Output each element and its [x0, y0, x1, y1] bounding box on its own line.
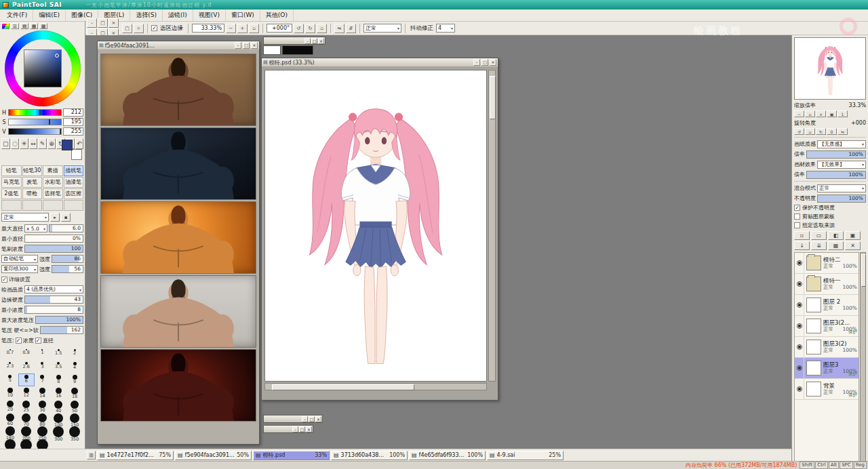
nav-rotate-ccw-button[interactable]: ↺: [794, 128, 804, 135]
brush-size-preset[interactable]: 2: [66, 348, 83, 361]
hue-slider[interactable]: [8, 109, 62, 116]
brush-size-preset[interactable]: 20: [2, 399, 18, 412]
menu-item[interactable]: 其他(O): [260, 9, 294, 21]
layer-item[interactable]: 模特二 正常 100%: [795, 253, 859, 274]
brush-size-preset[interactable]: 100: [50, 412, 66, 425]
min-diameter-slider[interactable]: 0%: [24, 234, 83, 243]
brush-size-preset[interactable]: 2.3: [2, 361, 18, 373]
brush-size-preset[interactable]: 5: [2, 373, 18, 386]
brush-tool-button[interactable]: 素描: [43, 165, 63, 176]
flip-vertical-icon[interactable]: ⇵: [346, 24, 356, 33]
layer-visibility-toggle[interactable]: [795, 316, 804, 336]
close-button[interactable]: ×: [251, 42, 258, 49]
brush-save-icon[interactable]: ▪: [61, 213, 71, 222]
selection-edge-checkbox[interactable]: [151, 25, 157, 31]
minimize-button[interactable]: –: [473, 59, 480, 66]
maximize-button[interactable]: □: [311, 38, 317, 44]
layer-item[interactable]: 模特一 正常 100%: [795, 274, 859, 295]
saturation-slider[interactable]: [8, 119, 62, 125]
merge-down-icon[interactable]: ↓: [794, 241, 810, 250]
stabilizer-select[interactable]: 4▾: [436, 24, 455, 33]
layer-option-checkbox[interactable]: [794, 213, 800, 220]
edge-hardness-slider[interactable]: 43: [24, 295, 83, 304]
brush-tool-button[interactable]: 描线笔: [64, 165, 84, 176]
brush-size-preset[interactable]: 60: [2, 412, 18, 425]
material-effect-select[interactable]: 【无效果】▾: [817, 161, 866, 169]
brush-size-preset[interactable]: 80: [35, 412, 51, 425]
brush-tool-button[interactable]: 选择笔: [43, 188, 63, 199]
transfer-down-icon[interactable]: ⇊: [811, 241, 827, 250]
brush-size-preset[interactable]: 70: [18, 412, 35, 425]
brush-size-preset[interactable]: 25: [18, 399, 35, 412]
value-value[interactable]: 255: [63, 127, 83, 136]
nav-flip-button[interactable]: ⇋: [837, 128, 848, 135]
close-button[interactable]: ×: [318, 38, 324, 44]
brush-size-preset[interactable]: 18: [66, 386, 83, 399]
zoom-out-button[interactable]: −: [226, 24, 236, 33]
layer-list-scrollbar[interactable]: [860, 252, 866, 461]
brush-tool-button[interactable]: [43, 200, 63, 211]
brush-tool-button[interactable]: 铅笔: [1, 165, 22, 176]
layer-item[interactable]: 图层3 正常 100% 保护: [795, 358, 859, 379]
selection-tool-icon[interactable]: ▢: [122, 24, 132, 33]
minimize-button[interactable]: –: [235, 42, 241, 49]
brush-size-preset[interactable]: 350: [66, 425, 83, 438]
brush-size-preset[interactable]: 250: [35, 425, 51, 438]
brush-blend-mode-select[interactable]: 正常▾: [1, 213, 49, 222]
brush-size-preset[interactable]: 50: [66, 399, 83, 412]
brush-size-preset[interactable]: 0.7: [2, 348, 18, 361]
advanced-settings-checkbox[interactable]: [1, 277, 7, 283]
document-tab[interactable]: ▤ 3713d60a4389e0... 100%: [331, 451, 408, 460]
document-tab[interactable]: ▤ 模特.psd 33%: [253, 451, 330, 460]
mdi-minimize-button[interactable]: –: [87, 18, 97, 28]
white-swatch[interactable]: [263, 45, 281, 55]
clear-layer-icon[interactable]: ▦: [828, 241, 844, 250]
layer-visibility-toggle[interactable]: [795, 337, 804, 357]
mdi-close-button[interactable]: ×: [108, 18, 119, 28]
drawing-canvas[interactable]: [264, 70, 487, 382]
brush-size-preset[interactable]: 0.8: [18, 348, 35, 361]
document-tab[interactable]: ▤ 4-9.sai 25%: [487, 451, 564, 460]
pressure-diameter-checkbox[interactable]: [35, 338, 41, 344]
brush-settings-icon[interactable]: ▸: [50, 213, 60, 222]
brush-size-preset[interactable]: 6: [18, 373, 35, 386]
duplicate-layer-icon[interactable]: ▣: [845, 231, 861, 240]
nav-rotate-reset-button[interactable]: 0: [827, 128, 837, 135]
hue-value[interactable]: 212: [63, 108, 83, 117]
swatches-tab-icon[interactable]: ▩: [39, 23, 47, 29]
layer-option-checkbox[interactable]: [794, 222, 800, 228]
layer-item[interactable]: 图层3(2... 正常 100% 保护: [795, 316, 859, 337]
layer-mask-icon[interactable]: ◧: [828, 231, 844, 240]
brush-tool-button[interactable]: 喷枪: [22, 188, 43, 199]
saturation-value[interactable]: 195: [63, 118, 83, 126]
brush-size-preset[interactable]: 30: [35, 399, 51, 412]
nav-zoom-out-button[interactable]: −: [794, 110, 804, 117]
menu-item[interactable]: 视图(V): [193, 9, 226, 21]
layer-visibility-toggle[interactable]: [795, 358, 804, 378]
brush-tool-button[interactable]: 选区擦: [64, 188, 84, 199]
minimize-button[interactable]: –: [302, 416, 308, 422]
document-tab[interactable]: ▤ f5e904faac3091... 50%: [175, 451, 252, 460]
value-slider[interactable]: [8, 128, 62, 135]
pressure-hard-soft-slider[interactable]: 162: [40, 326, 83, 334]
layer-option-row[interactable]: 保护不透明度: [794, 203, 866, 211]
paper-texture-select[interactable]: 【无质感】▾: [817, 140, 866, 148]
brush-texture1-select[interactable]: 自动铅笔▾: [1, 255, 38, 263]
brush-size-preset[interactable]: 500: [35, 438, 51, 449]
maximize-button[interactable]: □: [243, 42, 250, 49]
brush-tool-button[interactable]: 炭笔: [22, 177, 43, 188]
menu-item[interactable]: 文件(F): [1, 9, 33, 21]
layer-blend-mode-select[interactable]: 正常▾: [817, 184, 866, 192]
vertical-scrollbar[interactable]: [488, 70, 496, 382]
close-button[interactable]: ×: [315, 416, 321, 422]
brush-size-preset[interactable]: 2.6: [18, 361, 35, 373]
zoom-reset-button[interactable]: ▫: [249, 24, 259, 33]
menu-item[interactable]: 选择(S): [130, 9, 163, 21]
minimized-panel-bar[interactable]: – □ ×: [263, 37, 326, 45]
canvas-window-titlebar[interactable]: ▤ 模特.psd (33.3%) – □ ×: [262, 58, 498, 67]
close-button[interactable]: ×: [490, 59, 496, 66]
window-list-icon[interactable]: ▥: [87, 451, 96, 460]
brush-tool-button[interactable]: 水彩笔: [43, 177, 63, 188]
texture1-strength-slider[interactable]: 86: [52, 255, 83, 263]
maximize-button[interactable]: □: [299, 426, 305, 432]
